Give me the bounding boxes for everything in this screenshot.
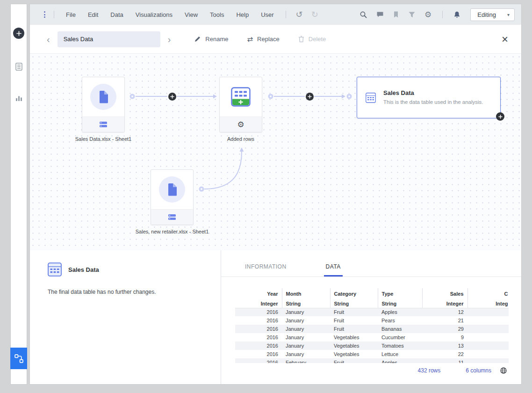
menu-file[interactable]: File bbox=[60, 11, 82, 18]
bottom-panel: Sales Data The final data table has no f… bbox=[30, 250, 521, 384]
delete-button[interactable]: Delete bbox=[298, 36, 326, 43]
table-type-row: Integer String String String Integer Int… bbox=[235, 299, 509, 308]
table-row: 2016JanuaryFruitBananas29 bbox=[235, 325, 509, 333]
final-node-title: Sales Data bbox=[383, 89, 492, 96]
data-footer: 432 rows 6 columns bbox=[221, 364, 521, 384]
data-canvas-header: ‹ › Rename ⇄ Replace Delete × bbox=[30, 25, 521, 54]
mode-dropdown[interactable]: Editing ▾ bbox=[470, 8, 515, 21]
table-header-row: Year Month Category Type Sales C bbox=[235, 288, 509, 299]
table-row: 2016JanuaryVegetablesTomatoes13 bbox=[235, 342, 509, 350]
bookmark-icon[interactable] bbox=[393, 11, 399, 18]
insert-step-button[interactable] bbox=[168, 93, 176, 101]
replace-label: Replace bbox=[257, 36, 280, 43]
column-count: 6 columns bbox=[466, 367, 491, 374]
table-details-panel: Sales Data The final data table has no f… bbox=[30, 250, 221, 384]
source-node-new-retailer[interactable] bbox=[151, 169, 194, 225]
data-table-icon bbox=[48, 262, 62, 277]
pencil-icon bbox=[194, 36, 201, 43]
separator bbox=[54, 11, 54, 18]
table-row: 2016FebruaryFruitApples11 bbox=[235, 358, 509, 363]
main-toolbar: File Edit Data Visualizations View Tools… bbox=[30, 4, 521, 25]
table-name-input[interactable] bbox=[58, 31, 160, 47]
table-row: 2016JanuaryFruitPears21 bbox=[235, 316, 509, 325]
kebab-menu-icon[interactable] bbox=[41, 9, 48, 21]
desktop-background: File Edit Data Visualizations View Tools… bbox=[0, 0, 532, 393]
forward-chevron-icon[interactable]: › bbox=[167, 35, 172, 44]
source-node-sales-data[interactable] bbox=[82, 77, 125, 132]
menu-data[interactable]: Data bbox=[104, 11, 129, 18]
insert-step-button[interactable] bbox=[306, 93, 314, 101]
separator bbox=[442, 11, 443, 18]
data-canvas-icon bbox=[14, 354, 24, 364]
table-row: 2016JanuaryVegetablesCucumber9 bbox=[235, 333, 509, 342]
menubar: File Edit Data Visualizations View Tools… bbox=[60, 11, 280, 18]
visualizations-icon[interactable] bbox=[15, 95, 23, 102]
tab-information[interactable]: INFORMATION bbox=[243, 263, 288, 277]
menu-edit[interactable]: Edit bbox=[82, 11, 104, 18]
menu-user[interactable]: User bbox=[255, 11, 280, 18]
delete-label: Delete bbox=[309, 36, 326, 43]
rename-button[interactable]: Rename bbox=[194, 36, 228, 43]
final-table-node[interactable]: Sales Data This is the data table used i… bbox=[357, 77, 501, 118]
data-preview-table-container[interactable]: Year Month Category Type Sales C Integer… bbox=[235, 288, 509, 363]
comment-icon[interactable] bbox=[376, 11, 384, 18]
data-preview-panel: INFORMATION DATA Year Month Category Typ… bbox=[221, 250, 521, 384]
details-description: The final data table has no further chan… bbox=[48, 289, 209, 295]
details-title: Sales Data bbox=[68, 266, 99, 273]
authoring-bar bbox=[10, 4, 27, 385]
menu-visualizations[interactable]: Visualizations bbox=[129, 11, 179, 18]
app-window: File Edit Data Visualizations View Tools… bbox=[29, 4, 522, 385]
back-chevron-icon[interactable]: ‹ bbox=[46, 35, 51, 44]
transform-node-added-rows[interactable]: ⚙ bbox=[219, 77, 262, 132]
data-table-icon bbox=[366, 87, 376, 108]
added-rows-icon bbox=[231, 87, 251, 107]
undo-icon[interactable]: ↺ bbox=[292, 10, 307, 19]
table-row: 2016JanuaryVegetablesLettuce22 bbox=[235, 350, 509, 358]
data-preview-table: Year Month Category Type Sales C Integer… bbox=[235, 288, 509, 363]
menu-view[interactable]: View bbox=[179, 11, 204, 18]
preview-tabs: INFORMATION DATA bbox=[221, 250, 521, 277]
close-icon[interactable]: × bbox=[502, 34, 508, 45]
trash-icon bbox=[298, 36, 304, 43]
data-source-icon bbox=[99, 121, 108, 128]
separator bbox=[286, 11, 286, 18]
mode-label: Editing bbox=[477, 11, 496, 18]
plus-icon bbox=[498, 115, 503, 119]
gear-icon: ⚙ bbox=[237, 121, 244, 129]
node-label-source1: Sales Data.xlsx - Sheet1 bbox=[52, 136, 155, 142]
rename-label: Rename bbox=[205, 36, 228, 43]
file-icon bbox=[159, 176, 185, 203]
replace-icon: ⇄ bbox=[247, 36, 253, 43]
file-icon bbox=[90, 84, 116, 110]
plus-icon bbox=[308, 95, 312, 99]
pages-icon[interactable] bbox=[15, 62, 23, 71]
add-transformation-button[interactable] bbox=[496, 112, 504, 121]
data-canvas-button[interactable] bbox=[10, 348, 27, 369]
tab-data[interactable]: DATA bbox=[324, 263, 343, 277]
search-icon[interactable] bbox=[359, 11, 367, 19]
redo-icon[interactable]: ↻ bbox=[307, 10, 323, 19]
data-canvas[interactable]: Sales Data.xlsx - Sheet1 bbox=[30, 54, 521, 250]
table-row: 2016JanuaryFruitApples12 bbox=[235, 308, 509, 316]
toolbar-right-icons: ⚙ Editing ▾ bbox=[359, 8, 515, 21]
filter-icon[interactable] bbox=[408, 11, 416, 18]
replace-button[interactable]: ⇄ Replace bbox=[247, 36, 279, 43]
row-count: 432 rows bbox=[418, 367, 441, 374]
menu-tools[interactable]: Tools bbox=[204, 11, 230, 18]
chevron-down-icon: ▾ bbox=[507, 12, 510, 17]
globe-icon[interactable] bbox=[500, 367, 507, 374]
notifications-bell-icon[interactable] bbox=[453, 11, 460, 19]
add-content-button[interactable] bbox=[13, 28, 24, 39]
final-node-description: This is the data table used in the analy… bbox=[383, 99, 492, 106]
plus-icon bbox=[170, 95, 174, 99]
settings-gear-icon[interactable]: ⚙ bbox=[424, 11, 431, 19]
plus-icon bbox=[16, 31, 22, 36]
node-label-transform: Added rows bbox=[189, 136, 292, 142]
data-source-icon bbox=[168, 214, 176, 220]
node-label-source2: Sales, new retailer.xlsx - Sheet1 bbox=[121, 229, 223, 234]
menu-help[interactable]: Help bbox=[230, 11, 255, 18]
